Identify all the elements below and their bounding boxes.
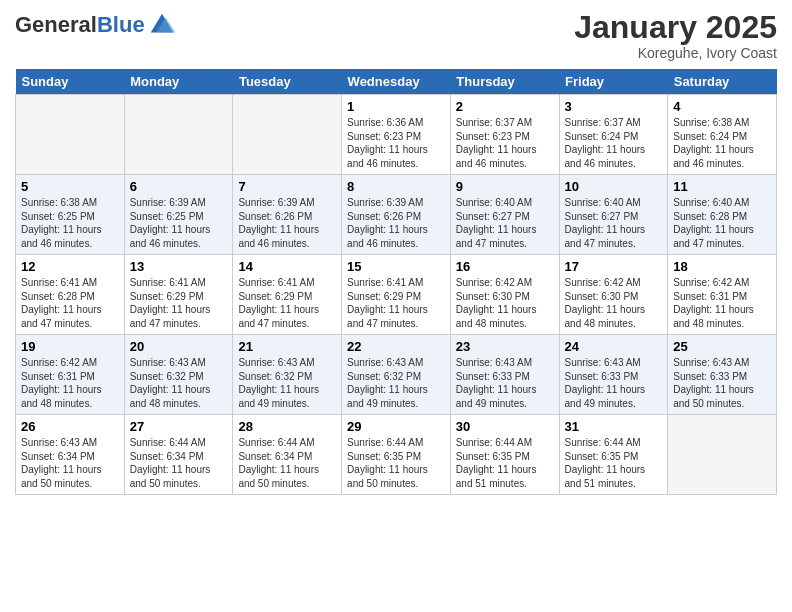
day-info: Sunrise: 6:44 AMSunset: 6:35 PMDaylight:… bbox=[565, 436, 663, 490]
day-number: 28 bbox=[238, 419, 336, 434]
day-number: 6 bbox=[130, 179, 228, 194]
table-row: 26Sunrise: 6:43 AMSunset: 6:34 PMDayligh… bbox=[16, 415, 125, 495]
day-info: Sunrise: 6:37 AMSunset: 6:23 PMDaylight:… bbox=[456, 116, 554, 170]
day-info: Sunrise: 6:41 AMSunset: 6:29 PMDaylight:… bbox=[238, 276, 336, 330]
day-number: 29 bbox=[347, 419, 445, 434]
table-row: 19Sunrise: 6:42 AMSunset: 6:31 PMDayligh… bbox=[16, 335, 125, 415]
day-info: Sunrise: 6:43 AMSunset: 6:33 PMDaylight:… bbox=[565, 356, 663, 410]
location: Koreguhe, Ivory Coast bbox=[574, 45, 777, 61]
day-info: Sunrise: 6:41 AMSunset: 6:28 PMDaylight:… bbox=[21, 276, 119, 330]
day-number: 4 bbox=[673, 99, 771, 114]
table-row: 21Sunrise: 6:43 AMSunset: 6:32 PMDayligh… bbox=[233, 335, 342, 415]
day-info: Sunrise: 6:42 AMSunset: 6:30 PMDaylight:… bbox=[456, 276, 554, 330]
day-number: 9 bbox=[456, 179, 554, 194]
logo-icon bbox=[147, 10, 177, 40]
table-row bbox=[668, 415, 777, 495]
month-title: January 2025 bbox=[574, 10, 777, 45]
day-info: Sunrise: 6:42 AMSunset: 6:31 PMDaylight:… bbox=[673, 276, 771, 330]
calendar-week-row: 26Sunrise: 6:43 AMSunset: 6:34 PMDayligh… bbox=[16, 415, 777, 495]
day-number: 25 bbox=[673, 339, 771, 354]
day-info: Sunrise: 6:39 AMSunset: 6:26 PMDaylight:… bbox=[238, 196, 336, 250]
table-row: 7Sunrise: 6:39 AMSunset: 6:26 PMDaylight… bbox=[233, 175, 342, 255]
table-row bbox=[233, 95, 342, 175]
day-info: Sunrise: 6:44 AMSunset: 6:35 PMDaylight:… bbox=[456, 436, 554, 490]
table-row: 23Sunrise: 6:43 AMSunset: 6:33 PMDayligh… bbox=[450, 335, 559, 415]
day-info: Sunrise: 6:41 AMSunset: 6:29 PMDaylight:… bbox=[347, 276, 445, 330]
header: GeneralBlue January 2025 Koreguhe, Ivory… bbox=[15, 10, 777, 61]
table-row: 9Sunrise: 6:40 AMSunset: 6:27 PMDaylight… bbox=[450, 175, 559, 255]
day-number: 20 bbox=[130, 339, 228, 354]
day-info: Sunrise: 6:40 AMSunset: 6:27 PMDaylight:… bbox=[565, 196, 663, 250]
table-row: 10Sunrise: 6:40 AMSunset: 6:27 PMDayligh… bbox=[559, 175, 668, 255]
col-monday: Monday bbox=[124, 69, 233, 95]
calendar-week-row: 5Sunrise: 6:38 AMSunset: 6:25 PMDaylight… bbox=[16, 175, 777, 255]
day-number: 31 bbox=[565, 419, 663, 434]
day-info: Sunrise: 6:43 AMSunset: 6:34 PMDaylight:… bbox=[21, 436, 119, 490]
table-row: 25Sunrise: 6:43 AMSunset: 6:33 PMDayligh… bbox=[668, 335, 777, 415]
day-info: Sunrise: 6:44 AMSunset: 6:35 PMDaylight:… bbox=[347, 436, 445, 490]
table-row: 30Sunrise: 6:44 AMSunset: 6:35 PMDayligh… bbox=[450, 415, 559, 495]
table-row: 5Sunrise: 6:38 AMSunset: 6:25 PMDaylight… bbox=[16, 175, 125, 255]
col-friday: Friday bbox=[559, 69, 668, 95]
table-row: 20Sunrise: 6:43 AMSunset: 6:32 PMDayligh… bbox=[124, 335, 233, 415]
calendar-week-row: 1Sunrise: 6:36 AMSunset: 6:23 PMDaylight… bbox=[16, 95, 777, 175]
logo-blue-text: Blue bbox=[97, 12, 145, 37]
table-row: 14Sunrise: 6:41 AMSunset: 6:29 PMDayligh… bbox=[233, 255, 342, 335]
table-row: 2Sunrise: 6:37 AMSunset: 6:23 PMDaylight… bbox=[450, 95, 559, 175]
table-row bbox=[16, 95, 125, 175]
day-number: 15 bbox=[347, 259, 445, 274]
table-row: 11Sunrise: 6:40 AMSunset: 6:28 PMDayligh… bbox=[668, 175, 777, 255]
day-number: 26 bbox=[21, 419, 119, 434]
day-number: 24 bbox=[565, 339, 663, 354]
day-number: 11 bbox=[673, 179, 771, 194]
table-row: 13Sunrise: 6:41 AMSunset: 6:29 PMDayligh… bbox=[124, 255, 233, 335]
day-info: Sunrise: 6:37 AMSunset: 6:24 PMDaylight:… bbox=[565, 116, 663, 170]
day-info: Sunrise: 6:43 AMSunset: 6:32 PMDaylight:… bbox=[347, 356, 445, 410]
table-row: 16Sunrise: 6:42 AMSunset: 6:30 PMDayligh… bbox=[450, 255, 559, 335]
day-info: Sunrise: 6:39 AMSunset: 6:25 PMDaylight:… bbox=[130, 196, 228, 250]
table-row bbox=[124, 95, 233, 175]
table-row: 15Sunrise: 6:41 AMSunset: 6:29 PMDayligh… bbox=[342, 255, 451, 335]
table-row: 22Sunrise: 6:43 AMSunset: 6:32 PMDayligh… bbox=[342, 335, 451, 415]
logo: GeneralBlue bbox=[15, 10, 177, 40]
table-row: 24Sunrise: 6:43 AMSunset: 6:33 PMDayligh… bbox=[559, 335, 668, 415]
day-number: 12 bbox=[21, 259, 119, 274]
day-number: 5 bbox=[21, 179, 119, 194]
col-thursday: Thursday bbox=[450, 69, 559, 95]
day-number: 30 bbox=[456, 419, 554, 434]
day-number: 27 bbox=[130, 419, 228, 434]
day-number: 18 bbox=[673, 259, 771, 274]
day-info: Sunrise: 6:41 AMSunset: 6:29 PMDaylight:… bbox=[130, 276, 228, 330]
table-row: 27Sunrise: 6:44 AMSunset: 6:34 PMDayligh… bbox=[124, 415, 233, 495]
day-info: Sunrise: 6:40 AMSunset: 6:27 PMDaylight:… bbox=[456, 196, 554, 250]
day-info: Sunrise: 6:43 AMSunset: 6:32 PMDaylight:… bbox=[130, 356, 228, 410]
col-wednesday: Wednesday bbox=[342, 69, 451, 95]
day-info: Sunrise: 6:42 AMSunset: 6:30 PMDaylight:… bbox=[565, 276, 663, 330]
day-info: Sunrise: 6:44 AMSunset: 6:34 PMDaylight:… bbox=[238, 436, 336, 490]
calendar-header-row: Sunday Monday Tuesday Wednesday Thursday… bbox=[16, 69, 777, 95]
day-number: 16 bbox=[456, 259, 554, 274]
day-info: Sunrise: 6:39 AMSunset: 6:26 PMDaylight:… bbox=[347, 196, 445, 250]
day-info: Sunrise: 6:44 AMSunset: 6:34 PMDaylight:… bbox=[130, 436, 228, 490]
day-number: 8 bbox=[347, 179, 445, 194]
day-number: 23 bbox=[456, 339, 554, 354]
day-number: 3 bbox=[565, 99, 663, 114]
day-number: 21 bbox=[238, 339, 336, 354]
day-number: 19 bbox=[21, 339, 119, 354]
day-number: 14 bbox=[238, 259, 336, 274]
day-info: Sunrise: 6:43 AMSunset: 6:33 PMDaylight:… bbox=[673, 356, 771, 410]
table-row: 17Sunrise: 6:42 AMSunset: 6:30 PMDayligh… bbox=[559, 255, 668, 335]
table-row: 28Sunrise: 6:44 AMSunset: 6:34 PMDayligh… bbox=[233, 415, 342, 495]
day-info: Sunrise: 6:40 AMSunset: 6:28 PMDaylight:… bbox=[673, 196, 771, 250]
day-info: Sunrise: 6:36 AMSunset: 6:23 PMDaylight:… bbox=[347, 116, 445, 170]
calendar-week-row: 12Sunrise: 6:41 AMSunset: 6:28 PMDayligh… bbox=[16, 255, 777, 335]
table-row: 29Sunrise: 6:44 AMSunset: 6:35 PMDayligh… bbox=[342, 415, 451, 495]
table-row: 4Sunrise: 6:38 AMSunset: 6:24 PMDaylight… bbox=[668, 95, 777, 175]
day-info: Sunrise: 6:38 AMSunset: 6:24 PMDaylight:… bbox=[673, 116, 771, 170]
page-container: GeneralBlue January 2025 Koreguhe, Ivory… bbox=[0, 0, 792, 505]
table-row: 3Sunrise: 6:37 AMSunset: 6:24 PMDaylight… bbox=[559, 95, 668, 175]
day-info: Sunrise: 6:43 AMSunset: 6:33 PMDaylight:… bbox=[456, 356, 554, 410]
col-tuesday: Tuesday bbox=[233, 69, 342, 95]
table-row: 6Sunrise: 6:39 AMSunset: 6:25 PMDaylight… bbox=[124, 175, 233, 255]
day-info: Sunrise: 6:42 AMSunset: 6:31 PMDaylight:… bbox=[21, 356, 119, 410]
